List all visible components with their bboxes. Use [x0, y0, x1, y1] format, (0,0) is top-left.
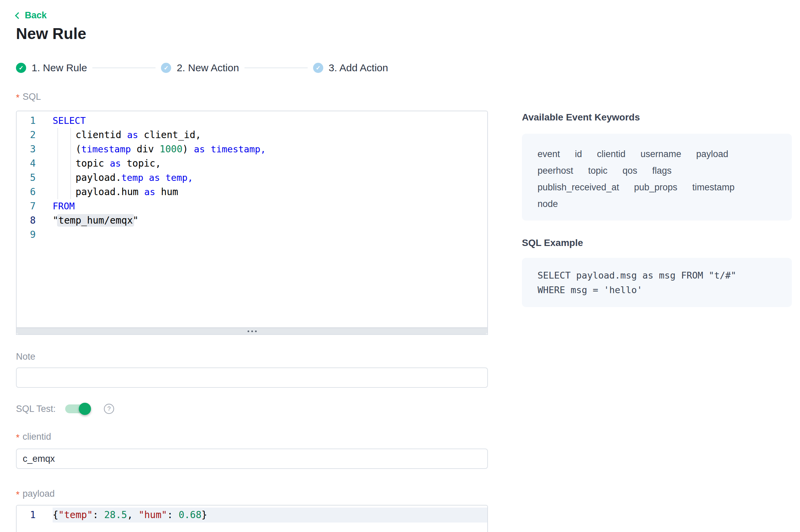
step-label: 3. Add Action [329, 62, 388, 74]
code-token: 0.68 [179, 509, 201, 520]
line-number: 8 [17, 213, 36, 228]
toggle-knob [79, 403, 91, 415]
code-line-7[interactable]: 7FROM [17, 199, 487, 213]
code-content[interactable]: "temp_hum/emqx" [53, 213, 487, 228]
code-content[interactable]: payload.temp as temp, [53, 171, 487, 185]
code-token: , [127, 509, 139, 520]
keyword-event[interactable]: event [538, 146, 560, 163]
code-token: 28.5 [104, 509, 127, 520]
step-check-icon: ✓ [161, 63, 171, 73]
payload-editor-code-area[interactable]: 1{"temp": 28.5, "hum": 0.68} [17, 506, 487, 532]
keyword-publish_received_at[interactable]: publish_received_at [538, 179, 619, 196]
code-token: timestamp, [211, 144, 266, 154]
help-icon[interactable]: ? [104, 404, 114, 414]
code-token: temp_hum/emqx [57, 214, 134, 227]
step-check-icon: ✓ [16, 63, 26, 73]
code-content[interactable]: topic as topic, [53, 156, 487, 171]
code-token: div [131, 144, 160, 155]
clientid-field-label: * clientid [16, 432, 51, 442]
code-token: client_id, [138, 129, 201, 140]
code-content[interactable]: (timestamp div 1000) as timestamp, [53, 142, 487, 156]
note-input[interactable] [16, 367, 488, 388]
code-line-3[interactable]: 3 (timestamp div 1000) as timestamp, [17, 142, 487, 156]
code-token: hum [155, 186, 178, 197]
code-token: "temp" [58, 509, 93, 520]
keywords-panel-title: Available Event Keywords [522, 112, 640, 123]
code-content[interactable]: FROM [53, 199, 487, 213]
code-token: } [201, 509, 207, 520]
line-number: 1 [17, 508, 36, 522]
clientid-label-text: clientid [23, 432, 51, 442]
keyword-qos[interactable]: qos [622, 163, 637, 179]
line-number: 5 [17, 171, 36, 185]
clientid-input[interactable] [16, 449, 488, 469]
keyword-username[interactable]: username [640, 146, 681, 163]
required-asterisk: * [16, 490, 20, 500]
code-line-6[interactable]: 6 payload.hum as hum [17, 185, 487, 199]
back-link[interactable]: Back [16, 10, 47, 21]
line-number: 2 [17, 128, 36, 142]
code-token: 1000 [160, 144, 182, 155]
code-line-5[interactable]: 5 payload.temp as temp, [17, 171, 487, 185]
keyword-row: eventidclientidusernamepayload [538, 146, 776, 163]
line-number: 3 [17, 142, 36, 156]
code-line-2[interactable]: 2 clientid as client_id, [17, 128, 487, 142]
keyword-row: peerhosttopicqosflags [538, 163, 776, 179]
step-label: 1. New Rule [32, 62, 87, 74]
stepper-step-1[interactable]: ✓1. New Rule [16, 62, 87, 74]
sql-editor-code-area[interactable]: 1SELECT2 clientid as client_id,3 (timest… [17, 111, 487, 327]
indent-guide [70, 128, 71, 199]
code-token: as [127, 130, 138, 140]
code-content[interactable]: SELECT [53, 114, 487, 128]
resize-dots-icon [248, 330, 249, 332]
step-label: 2. New Action [177, 62, 239, 74]
step-connector [92, 68, 156, 68]
code-token [205, 144, 211, 155]
back-label: Back [25, 10, 47, 21]
code-content[interactable] [53, 228, 487, 242]
code-line-1[interactable]: 1{"temp": 28.5, "hum": 0.68} [17, 508, 487, 522]
sql-editor-resize-handle[interactable] [17, 327, 487, 334]
keyword-clientid[interactable]: clientid [597, 146, 625, 163]
keyword-pub_props[interactable]: pub_props [634, 179, 677, 196]
keyword-node[interactable]: node [538, 196, 558, 212]
code-token: " [133, 215, 139, 226]
sql-test-label: SQL Test: [16, 404, 56, 414]
code-content[interactable]: payload.hum as hum [53, 185, 487, 199]
code-token: payload.hum [53, 186, 144, 197]
stepper-step-3[interactable]: ✓3. Add Action [313, 62, 388, 74]
line-number: 9 [17, 228, 36, 242]
stepper-step-2[interactable]: ✓2. New Action [161, 62, 239, 74]
code-line-9[interactable]: 9 [17, 228, 487, 242]
line-number: 4 [17, 156, 36, 171]
step-check-icon: ✓ [313, 63, 323, 73]
code-line-8[interactable]: 8"temp_hum/emqx" [17, 213, 487, 228]
keyword-timestamp[interactable]: timestamp [692, 179, 735, 196]
keyword-payload[interactable]: payload [696, 146, 728, 163]
sql-editor[interactable]: 1SELECT2 clientid as client_id,3 (timest… [16, 111, 488, 335]
code-token: { [53, 509, 58, 520]
code-token: clientid [53, 129, 127, 140]
keyword-row: publish_received_atpub_propstimestamp [538, 179, 776, 196]
code-content[interactable]: {"temp": 28.5, "hum": 0.68} [53, 508, 487, 522]
code-content[interactable]: clientid as client_id, [53, 128, 487, 142]
keyword-flags[interactable]: flags [652, 163, 672, 179]
sql-field-label: * SQL [16, 92, 41, 102]
sql-test-toggle[interactable] [65, 404, 90, 413]
code-token: ) [182, 144, 194, 155]
code-token: ( [53, 144, 81, 155]
code-token: topic, [121, 158, 161, 169]
note-label-text: Note [16, 352, 35, 362]
payload-editor[interactable]: 1{"temp": 28.5, "hum": 0.68} [16, 505, 488, 532]
code-line-1[interactable]: 1SELECT [17, 114, 487, 128]
keyword-peerhost[interactable]: peerhost [538, 163, 573, 179]
code-line-4[interactable]: 4 topic as topic, [17, 156, 487, 171]
code-token: FROM [53, 201, 75, 211]
sql-test-row: SQL Test: ? [16, 402, 114, 415]
keyword-topic[interactable]: topic [588, 163, 607, 179]
keyword-id[interactable]: id [575, 146, 582, 163]
sql-label-text: SQL [23, 92, 41, 102]
resize-dots-icon [255, 330, 257, 332]
code-token: as [194, 144, 205, 154]
keywords-panel: eventidclientidusernamepayloadpeerhostto… [522, 134, 792, 221]
